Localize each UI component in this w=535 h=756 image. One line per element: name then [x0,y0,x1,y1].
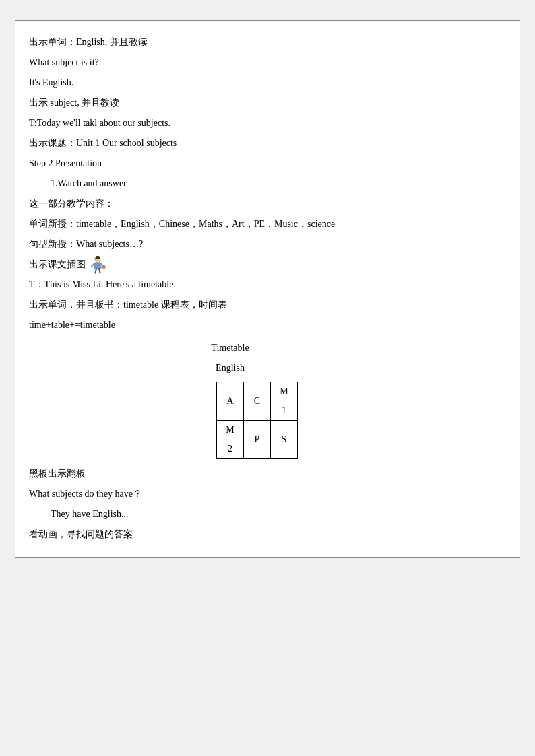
line15: time+table+=timetable [29,316,431,335]
table-row: M2 P S [217,421,298,459]
side-column [445,21,520,557]
line16: 黑板出示翻板 [29,465,431,483]
line12-text: 出示课文插图 [29,255,86,274]
timetable-section: Timetable English A C M1 M2 P S [29,339,431,459]
svg-line-2 [92,264,94,267]
line11: 句型新授：What subjects…? [29,235,431,254]
line1: 出示单词：English, 并且教读 [29,33,431,52]
line6: 出示课题：Unit 1 Our school subjects [29,134,431,153]
svg-line-5 [99,269,100,273]
line3: It's English. [29,73,431,92]
cell-a: A [217,382,244,421]
line14: 出示单词，并且板书：timetable 课程表，时间表 [29,296,431,314]
cell-m2: M2 [217,421,244,459]
page-container: 出示单词：English, 并且教读 What subject is it? I… [15,20,520,558]
line2: What subject is it? [29,53,431,72]
timetable-title: Timetable [29,339,431,357]
line13: T：This is Miss Li. Here's a timetable. [29,275,431,294]
teacher-icon [88,255,107,274]
line9: 这一部分教学内容： [29,195,431,213]
line4: 出示 subject, 并且教读 [29,94,431,112]
cell-c: C [244,382,271,421]
main-content: 出示单词：English, 并且教读 What subject is it? I… [15,21,445,557]
line19: 看动画，寻找问题的答案 [29,525,431,544]
line12-with-icon: 出示课文插图 [29,255,431,274]
svg-line-4 [96,269,96,273]
timetable-wrapper: A C M1 M2 P S [29,382,431,459]
cell-m1: M1 [271,382,298,421]
timetable-grid: A C M1 M2 P S [216,382,298,459]
line7: Step 2 Presentation [29,154,431,173]
line5: T:Today we'll takl about our subjects. [29,114,431,133]
svg-rect-6 [102,265,106,268]
line17: What subjects do they have？ [29,485,431,504]
line10: 单词新授：timetable，English，Chinese，Maths，Art… [29,215,431,234]
table-row: A C M1 [217,382,298,421]
line8: 1.Watch and answer [29,174,431,193]
cell-p: P [244,421,271,459]
svg-rect-1 [94,263,101,269]
english-label: English [29,359,431,378]
line18: They have English... [29,505,431,524]
cell-s: S [271,421,298,459]
